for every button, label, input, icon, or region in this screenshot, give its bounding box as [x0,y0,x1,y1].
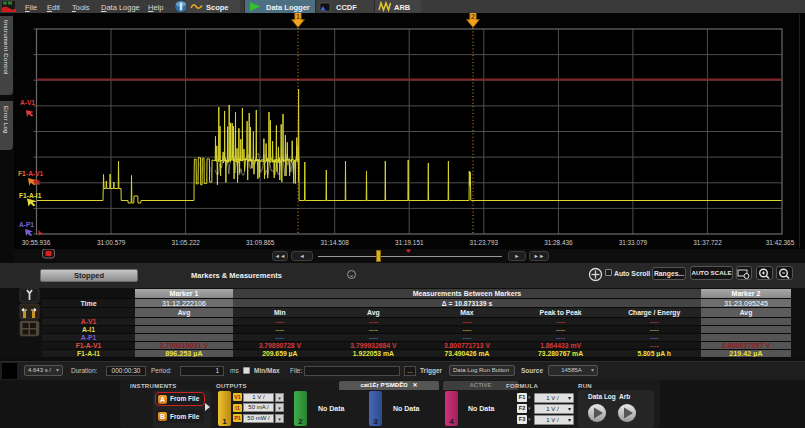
svg-text:31:00.579: 31:00.579 [97,239,126,246]
svg-text:-A-V1: -A-V1 [26,170,44,177]
svg-text:31:28.436: 31:28.436 [544,239,573,246]
svg-text:1: 1 [296,13,300,20]
svg-text:30:55.936: 30:55.936 [22,239,51,246]
svg-text:31:37.722: 31:37.722 [693,239,722,246]
svg-text:A-V1: A-V1 [20,99,35,106]
svg-text:F1: F1 [18,170,26,177]
svg-text:A-P1: A-P1 [19,221,34,228]
svg-text:F1-A-I1: F1-A-I1 [19,192,42,199]
svg-text:31:14.508: 31:14.508 [320,239,349,246]
svg-text:31:09.865: 31:09.865 [246,239,275,246]
svg-text:31:05.222: 31:05.222 [171,239,200,246]
svg-text:31:23.793: 31:23.793 [470,239,499,246]
svg-text:31:19.151: 31:19.151 [395,239,424,246]
svg-text:2: 2 [471,13,475,20]
svg-text:31:33.079: 31:33.079 [619,239,648,246]
svg-text:31:42.365: 31:42.365 [766,239,795,246]
